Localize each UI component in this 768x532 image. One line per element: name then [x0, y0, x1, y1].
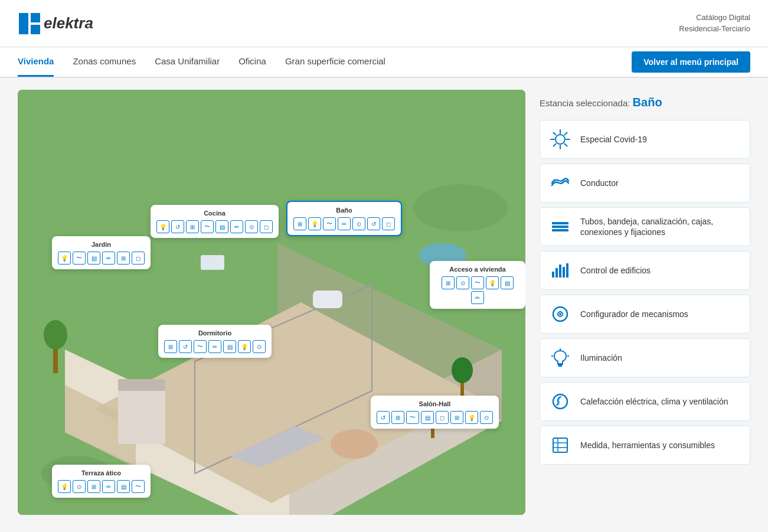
- room-jardin-title: Jardín: [58, 241, 145, 248]
- svg-point-48: [559, 313, 561, 315]
- nav-item-casa[interactable]: Casa Unifamiliar: [155, 47, 220, 77]
- icon2: 〜: [73, 252, 86, 265]
- category-calefaccion[interactable]: Calefacción eléctrica, clima y ventilaci…: [540, 382, 750, 421]
- svg-point-20: [452, 357, 473, 383]
- icon8: ◻: [260, 220, 273, 233]
- icon3: ▤: [87, 252, 100, 265]
- room-dormitorio[interactable]: Dormitorio ⊞ ↺ 〜 ✏ ▤ 💡 ⊙: [158, 325, 272, 358]
- icon2: ⊙: [456, 276, 469, 289]
- nav-item-oficina[interactable]: Oficina: [238, 47, 266, 77]
- icon4: ▤: [421, 411, 434, 424]
- control-icon: [548, 259, 572, 282]
- tubos-label: Tubos, bandeja, canalización, cajas, con…: [580, 216, 741, 237]
- svg-point-29: [555, 135, 565, 144]
- nav-item-vivienda[interactable]: Vivienda: [18, 47, 54, 77]
- back-button[interactable]: Volver al menú principal: [632, 51, 750, 73]
- logo: elektra: [18, 12, 93, 35]
- room-acceso[interactable]: Acceso a vivienda ⊞ ⊙ 〜 💡 ▤ ✏: [430, 261, 525, 309]
- room-terraza[interactable]: Terraza ático 💡 ⊙ ⊞ ✏ ▤ 〜: [52, 465, 151, 498]
- icon4: ✏: [102, 252, 115, 265]
- icon6: ◻: [132, 252, 145, 265]
- nav-item-gran[interactable]: Gran superficie comercial: [285, 47, 385, 77]
- icon7: ⊙: [245, 220, 258, 233]
- room-dormitorio-title: Dormitorio: [164, 329, 266, 337]
- category-medida[interactable]: Medida, herramientas y consumibles: [540, 426, 750, 465]
- icon5: ◻: [436, 411, 449, 424]
- icon2: ↺: [179, 340, 192, 353]
- category-configurador[interactable]: Configurador de mecanismos: [540, 295, 750, 334]
- icon1: ⊞: [164, 340, 177, 353]
- svg-rect-2: [31, 25, 40, 34]
- icon3: 〜: [471, 276, 484, 289]
- category-control[interactable]: Control de edificios: [540, 251, 750, 290]
- category-list: Especial Covid-19 Conductor: [540, 120, 750, 465]
- icon2: ↺: [171, 220, 184, 233]
- estancia-name: Baño: [633, 96, 662, 109]
- room-cocina-title: Cocina: [156, 210, 273, 217]
- icon5: ⊞: [117, 252, 130, 265]
- icon2: ⊙: [73, 480, 86, 493]
- svg-rect-27: [313, 291, 342, 308]
- icon6: ⊞: [450, 411, 463, 424]
- room-salon-icons: ↺ ⊞ 〜 ▤ ◻ ⊞ 💡 ⊙: [377, 411, 493, 424]
- icon6: ✏: [471, 291, 484, 304]
- configurador-icon: [548, 302, 572, 326]
- conductor-label: Conductor: [580, 178, 619, 188]
- nav-item-zonas[interactable]: Zonas comunes: [73, 47, 136, 77]
- covid-icon: [548, 128, 572, 151]
- icon5: ▤: [223, 340, 236, 353]
- svg-rect-1: [31, 13, 40, 22]
- floor-plan: Jardín 💡 〜 ▤ ✏ ⊞ ◻ Cocina 💡 ↺ ⊞ 〜 ▤ ✏ ⊙ …: [18, 90, 525, 515]
- svg-rect-39: [552, 226, 568, 228]
- icon3: 〜: [406, 411, 419, 424]
- category-iluminacion[interactable]: Iluminación: [540, 338, 750, 377]
- room-terraza-title: Terraza ático: [58, 469, 145, 476]
- main-content: Jardín 💡 〜 ▤ ✏ ⊞ ◻ Cocina 💡 ↺ ⊞ 〜 ▤ ✏ ⊙ …: [0, 78, 768, 527]
- estancia-label: Estancia seleccionada: Baño: [540, 96, 750, 109]
- room-bano-title: Baño: [293, 207, 395, 214]
- icon1: 💡: [156, 220, 169, 233]
- icon5: ▤: [215, 220, 228, 233]
- icon3: 〜: [194, 340, 207, 353]
- nav-items: Vivienda Zonas comunes Casa Unifamiliar …: [18, 47, 385, 77]
- icon7: 💡: [465, 411, 478, 424]
- icon2: 💡: [308, 217, 321, 230]
- icon1: ⊞: [442, 276, 455, 289]
- svg-point-26: [331, 429, 378, 459]
- room-bano[interactable]: Baño ⊞ 💡 〜 ✏ ⊙ ↺ ◻: [286, 201, 402, 236]
- category-conductor[interactable]: Conductor: [540, 164, 750, 203]
- calefaccion-label: Calefacción eléctrica, clima y ventilaci…: [580, 396, 728, 407]
- icon5: ▤: [117, 480, 130, 493]
- medida-label: Medida, herramientas y consumibles: [580, 440, 715, 451]
- room-cocina[interactable]: Cocina 💡 ↺ ⊞ 〜 ▤ ✏ ⊙ ◻: [151, 205, 279, 238]
- room-acceso-title: Acceso a vivienda: [436, 266, 519, 273]
- room-jardin[interactable]: Jardín 💡 〜 ▤ ✏ ⊞ ◻: [52, 236, 151, 269]
- svg-rect-40: [552, 229, 568, 231]
- icon3: ⊞: [186, 220, 199, 233]
- room-acceso-icons: ⊞ ⊙ 〜 💡 ▤ ✏: [436, 276, 519, 304]
- icon2: ⊞: [391, 411, 404, 424]
- icon4: ✏: [102, 480, 115, 493]
- icon8: ⊙: [480, 411, 493, 424]
- iluminacion-icon: [548, 346, 572, 370]
- category-tubos[interactable]: Tubos, bandeja, canalización, cajas, con…: [540, 207, 750, 246]
- svg-rect-28: [201, 255, 224, 270]
- icon7: ⊙: [253, 340, 266, 353]
- iluminacion-label: Iluminación: [580, 353, 622, 363]
- svg-point-17: [44, 320, 67, 350]
- logo-text: elektra: [44, 14, 93, 32]
- svg-line-37: [554, 144, 556, 146]
- icon6: 〜: [132, 480, 145, 493]
- svg-point-5: [413, 184, 508, 231]
- catalog-title: Catálogo Digital Residencial-Terciario: [679, 12, 750, 34]
- tubos-icon: [548, 215, 572, 239]
- category-covid[interactable]: Especial Covid-19: [540, 120, 750, 159]
- svg-line-36: [565, 133, 567, 135]
- icon4: ✏: [338, 217, 351, 230]
- covid-label: Especial Covid-19: [580, 134, 647, 145]
- room-salon[interactable]: Salón-Hall ↺ ⊞ 〜 ▤ ◻ ⊞ 💡 ⊙: [371, 396, 499, 429]
- svg-rect-24: [118, 379, 165, 391]
- svg-line-34: [554, 133, 556, 135]
- configurador-label: Configurador de mecanismos: [580, 309, 688, 319]
- header: elektra Catálogo Digital Residencial-Ter…: [0, 0, 768, 47]
